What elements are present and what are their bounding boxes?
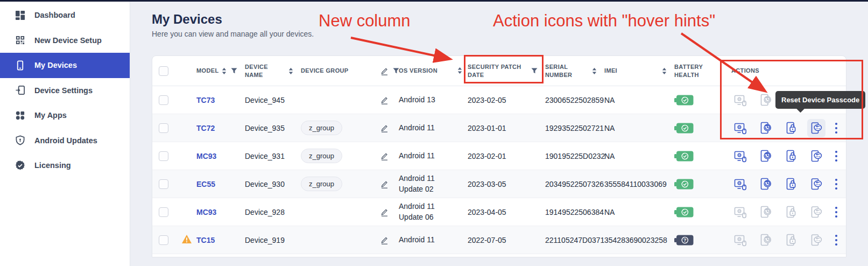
model-link[interactable]: MC93 [196,208,216,216]
row-checkbox[interactable] [159,95,168,105]
row-actions [731,147,840,165]
column-header-security-patch-date[interactable]: SECURITY PATCH DATE [468,63,528,79]
more-options-button[interactable] [832,175,840,193]
column-header-serial-number[interactable]: SERIAL NUMBER [545,63,577,79]
page-title: My Devices [152,12,222,27]
remote-control-button[interactable] [731,147,750,165]
edit-icon[interactable] [380,124,389,132]
sidebar-item-my-devices[interactable]: My Devices [0,53,130,78]
lock-device-button[interactable] [782,203,800,221]
sidebar-item-dashboard[interactable]: Dashboard [0,3,130,28]
reboot-device-button[interactable] [757,175,775,193]
row-checkbox[interactable] [159,151,168,161]
column-header-imei[interactable]: IMEI [604,67,617,75]
remote-control-button[interactable] [731,231,750,249]
battery-health-icon: ? [674,95,694,106]
security-patch-date: 2023-03-05 [468,180,545,188]
model-link[interactable]: TC73 [196,96,215,104]
model-link[interactable]: MC93 [196,152,216,160]
reboot-device-button[interactable] [757,147,775,165]
more-options-button[interactable] [832,147,840,165]
more-options-button[interactable] [832,119,840,137]
reboot-device-button[interactable] [757,203,775,221]
reset-device-passcode-button[interactable] [807,147,825,165]
lock-device-button[interactable] [782,119,800,137]
reboot-device-button[interactable] [757,119,775,137]
remote-control-button[interactable] [731,175,750,193]
edit-icon[interactable] [380,208,389,216]
lock-device-icon [784,149,798,163]
row-checkbox[interactable] [159,207,168,217]
remote-control-button[interactable] [731,91,750,109]
more-options-button[interactable] [832,203,840,221]
device-name: Device_930 [245,180,301,188]
edit-icon[interactable] [380,67,389,75]
column-header-os-version[interactable]: OS VERSION [399,67,437,75]
model-link[interactable]: TC15 [196,236,215,244]
sort-icon[interactable] [457,67,462,74]
reboot-device-icon [759,121,773,135]
column-header-actions: ACTIONS [731,67,759,75]
column-header-model[interactable]: MODEL [196,67,218,75]
reset-device-passcode-button[interactable] [807,203,825,221]
battery-health-icon: ? [674,207,694,218]
os-version: Android 11 Update 02 [399,173,468,194]
lock-device-button[interactable] [782,175,800,193]
device-group-chip: z_group [301,177,342,191]
filter-icon[interactable] [531,68,538,74]
select-all-checkbox[interactable] [159,66,168,76]
column-header-battery-health[interactable]: BATTERY HEALTH [674,63,708,79]
security-patch-date: 2023-01-01 [468,124,545,132]
annotation-new-column: New column [319,11,411,31]
reboot-device-button[interactable] [757,91,775,109]
sort-icon[interactable] [288,68,293,74]
shield-icon [15,135,25,146]
row-checkbox[interactable] [159,123,168,133]
model-link[interactable]: EC55 [196,180,215,188]
filter-icon[interactable] [231,68,237,74]
sidebar-item-android-updates[interactable]: Android Updates [0,128,130,153]
column-header-device-name[interactable]: DEVICE NAME [245,63,272,79]
reset-device-passcode-button[interactable] [807,175,825,193]
sidebar-item-my-apps[interactable]: My Apps [0,103,130,128]
sidebar-item-device-settings[interactable]: Device Settings [0,78,130,103]
os-version: Android 11 [399,151,468,162]
lock-device-button[interactable] [782,231,800,249]
lock-device-icon [784,177,798,191]
column-header-device-group[interactable]: DEVICE GROUP [301,67,349,75]
device-group-chip: z_group [301,149,342,163]
table-body: TC73 Device_945 Android 13 2023-02-05 23… [152,86,846,254]
imei: NA [604,96,674,104]
edit-icon[interactable] [380,96,389,104]
serial-number: 19149522506384 [545,208,604,216]
sidebar-item-new-device-setup[interactable]: New Device Setup [0,28,130,53]
more-options-button[interactable] [832,231,840,249]
table-row: TC15 Device_919 Android 11 2022-07-05 22… [152,226,846,254]
sidebar-item-licensing[interactable]: Licensing [0,153,130,178]
badge-check-icon [15,160,25,171]
table-row: TC72 Device_935 z_group Android 11 2023-… [152,114,846,142]
remote-control-icon [733,233,747,247]
sort-icon[interactable] [222,68,227,74]
lock-device-button[interactable] [782,147,800,165]
row-checkbox[interactable] [159,235,168,245]
imei: 355584110033069 [604,180,674,188]
sort-icon[interactable] [662,68,667,74]
row-checkbox[interactable] [159,179,168,189]
remote-control-button[interactable] [731,119,750,137]
reset-device-passcode-button[interactable] [807,231,825,249]
remote-control-button[interactable] [731,203,750,221]
reboot-device-button[interactable] [757,231,775,249]
more-options-icon [835,206,838,218]
model-link[interactable]: TC72 [196,124,215,132]
reset-device-passcode-icon [809,205,823,219]
edit-icon[interactable] [380,236,389,244]
imei: 354283690023258 [604,236,674,244]
reset-device-passcode-button[interactable] [807,119,825,137]
edit-icon[interactable] [380,180,389,188]
sort-icon[interactable] [592,68,597,74]
reboot-device-icon [759,93,773,107]
device-settings-icon [15,85,25,96]
more-options-icon [835,122,838,134]
edit-icon[interactable] [380,152,389,160]
